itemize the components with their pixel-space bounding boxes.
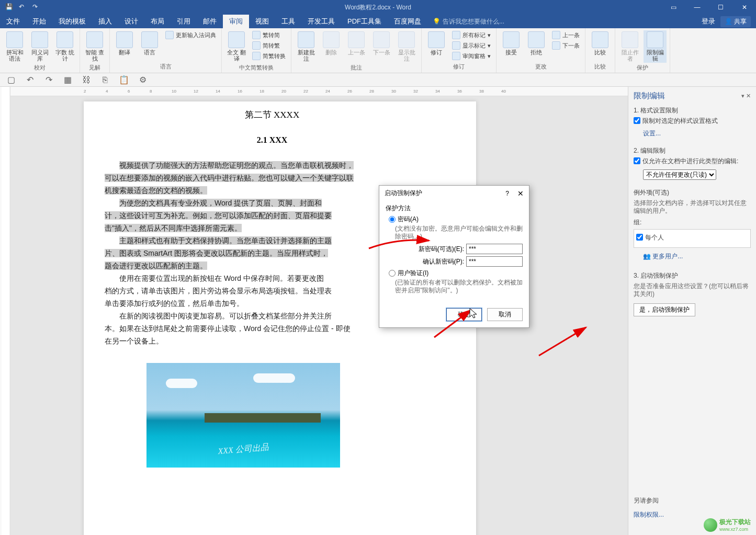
group-label: 修订 <box>425 62 493 71</box>
ribbon-options-icon[interactable]: ▭ <box>662 0 685 15</box>
help-icon[interactable]: ? <box>505 190 509 197</box>
prevcomment-button[interactable]: 上一条 <box>345 30 368 56</box>
tab-layout[interactable]: 布局 <box>144 15 171 28</box>
reviewpane-dropdown[interactable]: 审阅窗格 ▾ <box>450 51 493 61</box>
misc-icon[interactable]: ⚙ <box>138 75 148 85</box>
tab-file[interactable]: 文件 <box>0 15 26 28</box>
dialog-close-icon[interactable]: ✕ <box>517 189 524 198</box>
tab-tools[interactable]: 工具 <box>275 15 301 28</box>
fulltranslate-button[interactable]: 全文 翻译 <box>225 30 248 63</box>
showcomments-button[interactable]: 显示批注 <box>395 30 418 63</box>
document-image[interactable]: XXX 公司出品 <box>146 363 340 468</box>
nextcomment-button[interactable]: 下一条 <box>370 30 393 56</box>
tab-view[interactable]: 视图 <box>249 15 275 28</box>
edit-type-select[interactable]: 不允许任何更改(只读) <box>643 169 716 180</box>
new-password-input[interactable] <box>466 244 523 254</box>
share-button[interactable]: 👤 共享 <box>720 16 751 27</box>
prev-icon <box>552 31 560 39</box>
update-ime-button[interactable]: 更新输入法词典 <box>163 30 218 40</box>
tab-home[interactable]: 开始 <box>26 15 52 28</box>
conv-icon <box>252 52 261 60</box>
tab-review[interactable]: 审阅 <box>223 15 249 28</box>
enforce-protection-button[interactable]: 是，启动强制保护 <box>634 303 695 316</box>
undo-icon[interactable]: ↶ <box>19 3 27 12</box>
site-name: 极光下载站 <box>719 518 751 527</box>
group-language: 翻译 语言 更新输入法词典 语言 <box>110 28 222 73</box>
group-label: 中文简繁转换 <box>225 63 288 72</box>
group-label: 更改 <box>500 62 582 71</box>
new-icon[interactable]: ▢ <box>6 75 16 85</box>
trad2simp-button[interactable]: 繁转简 <box>250 30 288 40</box>
paste-icon[interactable]: 📋 <box>119 75 129 85</box>
restrictedit-button[interactable]: 限制编辑 <box>644 30 667 63</box>
newcomment-button[interactable]: 新建批注 <box>295 30 318 63</box>
save-icon[interactable]: 💾 <box>5 3 14 12</box>
more-users-link[interactable]: 👥 更多用户... <box>643 252 683 261</box>
pane-close-icon[interactable]: ▾ ✕ <box>741 93 751 99</box>
dialog-titlebar[interactable]: 启动强制保护 ? ✕ <box>379 186 529 201</box>
tell-me[interactable]: 💡告诉我您想要做什么... <box>433 17 504 26</box>
edit-restrict-checkbox[interactable]: 仅允许在文档中进行此类型的编辑: <box>634 157 751 165</box>
simp2trad-button[interactable]: 简转繁 <box>250 41 288 50</box>
tab-developer[interactable]: 开发工具 <box>301 15 341 28</box>
smartlookup-button[interactable]: 智能 查找 <box>83 30 106 63</box>
reject-button[interactable]: 拒绝 <box>525 30 548 56</box>
login-link[interactable]: 登录 <box>702 17 715 26</box>
tab-insert[interactable]: 插入 <box>92 15 118 28</box>
translate-button[interactable]: 翻译 <box>113 30 136 56</box>
link-icon[interactable]: ⛓ <box>82 75 91 85</box>
site-url: www.xz7.com <box>719 527 751 532</box>
maximize-icon[interactable]: ☐ <box>709 0 732 15</box>
format-restrict-checkbox[interactable]: 限制对选定的样式设置格式 <box>634 117 751 125</box>
tab-baidu[interactable]: 百度网盘 <box>388 15 427 28</box>
restrict-editing-pane: 限制编辑 ▾ ✕ 1. 格式设置限制 限制对选定的样式设置格式 设置... 2.… <box>628 87 756 535</box>
image-watermark: XXX 公司出品 <box>218 442 269 457</box>
settings-link[interactable]: 设置... <box>643 129 661 138</box>
userauth-hint: (已验证的所有者可以删除文档保护。文档被加密并启用"限制访问"。) <box>395 279 523 294</box>
minimize-icon[interactable]: — <box>685 0 709 15</box>
accept-button[interactable]: 接受 <box>500 30 523 56</box>
convert-button[interactable]: 简繁转换 <box>250 51 288 61</box>
block-icon <box>622 31 638 48</box>
compare-button[interactable]: 比较 <box>589 30 612 56</box>
deletecomment-button[interactable]: 删除 <box>320 30 343 56</box>
document-scroll[interactable]: 246810121416182022242628303234363840 第二节… <box>10 87 628 535</box>
tab-pdf[interactable]: PDF工具集 <box>341 15 388 28</box>
trackchanges-button[interactable]: 修订 <box>425 30 448 56</box>
userauth-radio[interactable]: 用户验证(I) <box>389 269 523 278</box>
wordcount-button[interactable]: 字数 统计 <box>53 30 76 63</box>
markup-dropdown[interactable]: 所有标记 ▾ <box>450 30 493 40</box>
blockauthors-button[interactable]: 阻止作者 <box>618 30 641 63</box>
confirm-password-input[interactable] <box>466 256 523 267</box>
language-button[interactable]: 语言 <box>138 30 161 56</box>
showmarkup-dropdown[interactable]: 显示标记 ▾ <box>450 41 493 50</box>
group-tracking: 修订 所有标记 ▾ 显示标记 ▾ 审阅窗格 ▾ 修订 <box>422 28 497 73</box>
dialog-title: 启动强制保护 <box>385 189 505 198</box>
tab-mailings[interactable]: 邮件 <box>197 15 223 28</box>
section-header: 1. 格式设置限制 <box>634 106 751 115</box>
redo2-icon[interactable]: ↷ <box>44 75 53 85</box>
tab-mytemplates[interactable]: 我的模板 <box>52 15 92 28</box>
redo-icon[interactable]: ↷ <box>32 3 41 12</box>
spelling-button[interactable]: 拼写和语法 <box>3 30 26 63</box>
close-icon[interactable]: ✕ <box>732 0 756 15</box>
restrict-icon <box>647 31 663 48</box>
grid-icon[interactable]: ▦ <box>63 75 72 85</box>
paragraph: 在另一个设备上。 <box>105 335 439 347</box>
restrict-permission-link[interactable]: 限制权限... <box>634 510 664 519</box>
ok-button[interactable]: 确定 <box>446 308 482 321</box>
tab-references[interactable]: 引用 <box>171 15 197 28</box>
password-radio[interactable]: 密码(A) <box>389 215 523 224</box>
nextchange-button[interactable]: 下一条 <box>550 41 582 50</box>
section-header: 2. 编辑限制 <box>634 146 751 155</box>
tab-design[interactable]: 设计 <box>118 15 144 28</box>
groups-listbox[interactable]: 每个人 <box>634 229 751 248</box>
cancel-button[interactable]: 取消 <box>487 308 523 321</box>
prevchange-button[interactable]: 上一条 <box>550 30 582 40</box>
thesaurus-button[interactable]: 同义词库 <box>28 30 51 63</box>
open-icon[interactable]: ↶ <box>25 75 35 85</box>
thesaurus-icon <box>31 31 48 48</box>
wordcount-icon <box>57 31 73 48</box>
everyone-checkbox[interactable]: 每个人 <box>636 234 748 242</box>
copy-icon[interactable]: ⎘ <box>100 75 110 85</box>
